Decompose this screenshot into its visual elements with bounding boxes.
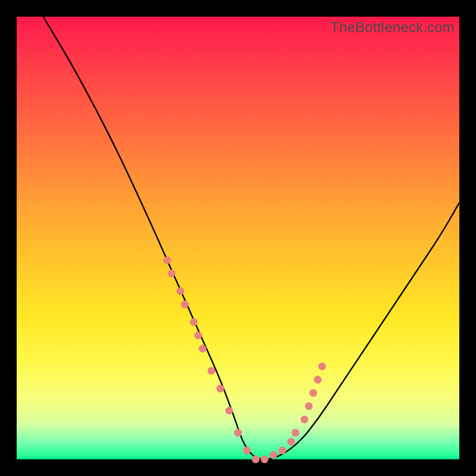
curve-marker: [190, 318, 198, 326]
bottleneck-curve: [43, 17, 459, 459]
curve-marker: [168, 270, 176, 277]
curve-marker: [278, 447, 286, 455]
curve-marker: [195, 331, 202, 339]
curve-marker: [243, 447, 250, 455]
curve-marker: [226, 407, 233, 415]
curve-marker: [252, 456, 259, 464]
curve-marker: [287, 438, 295, 446]
plot-area: TheBottleneck.com: [17, 17, 459, 459]
curve-marker: [217, 384, 224, 392]
curve-marker: [314, 376, 321, 384]
curve-marker: [181, 300, 189, 308]
chart-frame: TheBottleneck.com: [0, 0, 476, 476]
curve-svg: [17, 17, 459, 459]
curve-marker: [234, 429, 242, 437]
curve-marker: [300, 416, 308, 424]
curve-marker: [309, 389, 317, 397]
curve-marker: [318, 362, 326, 370]
curve-marker: [208, 367, 215, 375]
curve-marker: [292, 429, 299, 437]
curve-marker: [305, 402, 313, 410]
curve-markers: [163, 256, 325, 464]
curve-marker: [261, 456, 268, 464]
curve-marker: [270, 451, 277, 459]
curve-marker: [163, 256, 171, 264]
curve-marker: [177, 287, 184, 295]
curve-marker: [199, 345, 206, 353]
